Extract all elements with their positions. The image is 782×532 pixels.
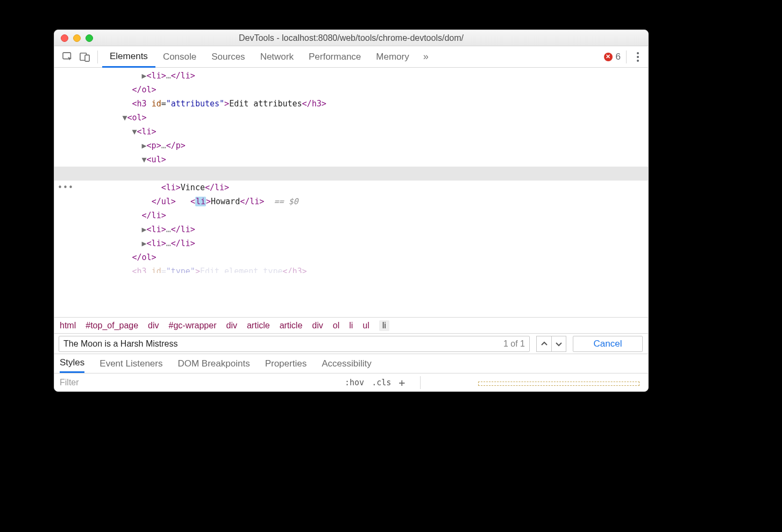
crumb[interactable]: div (148, 321, 159, 330)
tab-console[interactable]: Console (155, 46, 204, 67)
panel-tabs: Elements Console Sources Network Perform… (102, 46, 417, 67)
tree-row[interactable]: </ul> (54, 195, 648, 209)
subtab-properties[interactable]: Properties (265, 358, 307, 369)
subtab-styles[interactable]: Styles (60, 354, 84, 373)
tree-row[interactable]: </ol> (54, 83, 648, 97)
tree-row[interactable]: ▶<p>…</p> (54, 139, 648, 153)
device-toolbar-icon[interactable] (78, 50, 92, 64)
crumb[interactable]: div (226, 321, 237, 330)
chevron-up-icon (541, 341, 548, 347)
search-value: The Moon is a Harsh Mistress (63, 339, 498, 349)
crumb[interactable]: article (247, 321, 270, 330)
hov-toggle[interactable]: :hov (345, 378, 364, 387)
tree-row-selected[interactable]: ••• <li>Howard</li> == $0 (54, 167, 648, 181)
devtools-window: DevTools - localhost:8080/web/tools/chro… (54, 30, 649, 392)
dom-tree[interactable]: ▶<li>…</li> </ol> <h3 id="attributes">Ed… (54, 68, 648, 317)
error-icon: ✕ (604, 53, 613, 61)
tree-row[interactable]: ▼<ul> (54, 153, 648, 167)
cls-toggle[interactable]: .cls (372, 378, 391, 387)
search-prev-button[interactable] (536, 336, 551, 352)
box-model-preview (478, 382, 639, 386)
tree-row[interactable]: ▼<li> (54, 125, 648, 139)
search-input[interactable]: The Moon is a Harsh Mistress 1 of 1 (59, 336, 530, 352)
tab-network[interactable]: Network (253, 46, 301, 67)
tree-row[interactable]: ▶<li>…</li> (54, 222, 648, 236)
styles-filter-input[interactable]: Filter (60, 378, 345, 387)
error-count[interactable]: ✕ 6 (604, 52, 621, 62)
inspect-element-icon[interactable] (61, 50, 75, 64)
tab-elements[interactable]: Elements (102, 46, 155, 68)
crumb[interactable]: ul (362, 321, 369, 330)
error-count-value: 6 (616, 52, 621, 62)
tab-sources[interactable]: Sources (204, 46, 252, 67)
crumb[interactable]: html (60, 321, 76, 330)
main-toolbar: Elements Console Sources Network Perform… (54, 46, 648, 68)
search-next-button[interactable] (551, 336, 566, 352)
tree-row[interactable]: <li>Vince</li> (54, 181, 648, 195)
cancel-button[interactable]: Cancel (573, 336, 643, 352)
settings-menu-icon[interactable] (631, 49, 645, 65)
crumb-current[interactable]: li (379, 320, 389, 331)
crumb[interactable]: li (349, 321, 353, 330)
subtab-event-listeners[interactable]: Event Listeners (99, 358, 162, 369)
tree-row[interactable]: ▶<li>…</li> (54, 236, 648, 250)
crumb[interactable]: div (312, 321, 323, 330)
ellipsis-icon[interactable]: ••• (58, 181, 74, 195)
tree-row[interactable]: <h3 id="type">Edit element type</h3> (54, 264, 648, 273)
new-style-rule-button[interactable]: + (399, 376, 405, 389)
crumb[interactable]: #top_of_page (86, 321, 138, 330)
chevron-down-icon (556, 341, 562, 347)
sidebar-tabs: Styles Event Listeners DOM Breakpoints P… (54, 354, 648, 373)
breadcrumbs: html #top_of_page div #gc-wrapper div ar… (54, 317, 648, 333)
tab-memory[interactable]: Memory (368, 46, 416, 67)
titlebar: DevTools - localhost:8080/web/tools/chro… (54, 30, 648, 46)
styles-toolbar: Filter :hov .cls + (54, 373, 648, 391)
crumb[interactable]: #gc-wrapper (169, 321, 217, 330)
subtab-dom-breakpoints[interactable]: DOM Breakpoints (177, 358, 250, 369)
search-bar: The Moon is a Harsh Mistress 1 of 1 Canc… (54, 333, 648, 354)
svg-rect-2 (85, 55, 89, 61)
tree-row[interactable]: </ol> (54, 250, 648, 264)
subtab-accessibility[interactable]: Accessibility (322, 358, 372, 369)
search-count: 1 of 1 (503, 339, 525, 349)
tree-row[interactable]: <h3 id="attributes">Edit attributes</h3> (54, 97, 648, 111)
tree-row[interactable]: ▶<li>…</li> (54, 69, 648, 83)
crumb[interactable]: article (280, 321, 303, 330)
divider (420, 376, 421, 389)
crumb[interactable]: ol (333, 321, 339, 330)
tabs-overflow-icon[interactable]: » (419, 51, 433, 62)
window-title: DevTools - localhost:8080/web/tools/chro… (54, 33, 648, 43)
tree-row[interactable]: ▼<ol> (54, 111, 648, 125)
tab-performance[interactable]: Performance (301, 46, 368, 67)
tree-row[interactable]: </li> (54, 209, 648, 222)
